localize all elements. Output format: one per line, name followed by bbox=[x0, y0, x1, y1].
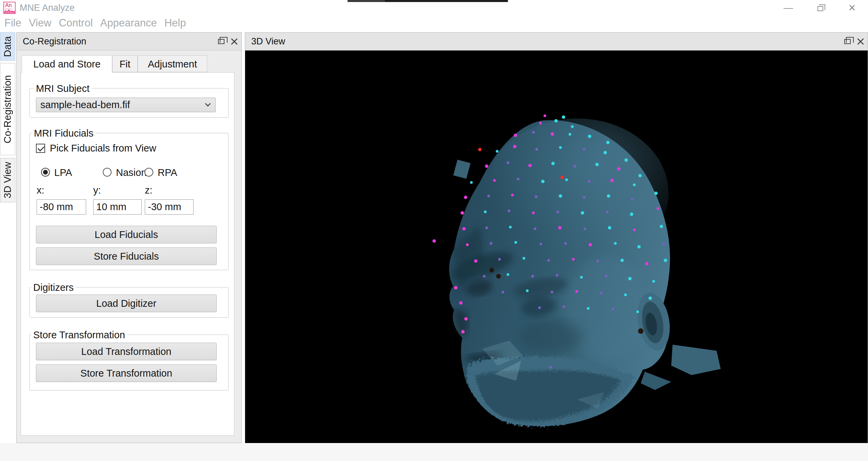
z-coordinate-input[interactable] bbox=[145, 199, 194, 215]
load-and-store-page: MRI Subject sample-head-bem.fif MRI Fidu… bbox=[21, 72, 234, 436]
store-transformation-button[interactable]: Store Transformation bbox=[36, 364, 217, 382]
radio-rpa[interactable] bbox=[144, 168, 153, 177]
mri-fiducials-group-title: MRI Fiducials bbox=[32, 128, 96, 139]
store-fiducials-button[interactable]: Store Fiducials bbox=[36, 247, 217, 265]
float-panel-icon[interactable] bbox=[844, 39, 851, 44]
radio-lpa-label: LPA bbox=[54, 167, 72, 178]
menu-item-file[interactable]: File bbox=[4, 17, 21, 29]
chevron-down-icon bbox=[205, 101, 211, 107]
pick-fiducials-checkbox[interactable]: Pick Fiducials from View bbox=[36, 143, 156, 154]
menu-item-appearance[interactable]: Appearance bbox=[100, 17, 157, 29]
z-coordinate-label: z: bbox=[145, 185, 153, 196]
load-digitizer-button[interactable]: Load Digitizer bbox=[36, 295, 217, 312]
coregistration-panel-title: Co-Registration bbox=[23, 33, 86, 51]
window-titlebar[interactable]: An MNE Analyze — × bbox=[0, 0, 868, 16]
app-icon-label: An bbox=[5, 2, 12, 9]
load-fiducials-button[interactable]: Load Fiducials bbox=[36, 226, 217, 243]
menu-bar: File View Control Appearance Help bbox=[0, 16, 868, 31]
restore-button[interactable] bbox=[804, 0, 836, 16]
close-button[interactable]: × bbox=[836, 0, 868, 16]
tab-fit[interactable]: Fit bbox=[112, 55, 138, 72]
3d-view-panel-title: 3D View bbox=[251, 33, 285, 51]
3d-view-panel: 3D View bbox=[245, 32, 868, 443]
menu-item-control[interactable]: Control bbox=[59, 17, 93, 29]
digitizers-group: Digitizers Load Digitizer bbox=[29, 287, 229, 318]
x-coordinate-input[interactable] bbox=[37, 199, 86, 215]
minimize-button[interactable]: — bbox=[772, 0, 804, 16]
application-window: An MNE Analyze — × File View Control App… bbox=[0, 0, 868, 461]
coregistration-panel-titlebar[interactable]: Co-Registration bbox=[17, 33, 241, 51]
close-panel-icon[interactable] bbox=[231, 38, 238, 45]
x-coordinate-label: x: bbox=[37, 185, 44, 196]
menu-item-help[interactable]: Help bbox=[164, 17, 186, 29]
checkbox-checked-icon bbox=[36, 144, 45, 153]
mri-subject-combo[interactable]: sample-head-bem.fif bbox=[36, 98, 216, 112]
close-panel-icon[interactable] bbox=[857, 38, 864, 45]
sidebar-tab-coregistration[interactable]: Co-Registration bbox=[0, 63, 15, 155]
sidebar-tab-data[interactable]: Data bbox=[0, 32, 15, 61]
tab-adjustment[interactable]: Adjustment bbox=[138, 55, 207, 72]
store-transformation-group-title: Store Transformation bbox=[31, 329, 127, 341]
pick-fiducials-label: Pick Fiducials from View bbox=[50, 143, 156, 154]
radio-lpa[interactable] bbox=[41, 168, 50, 177]
mri-subject-group: MRI Subject sample-head-bem.fif bbox=[29, 88, 229, 118]
bottom-strip bbox=[0, 443, 868, 461]
head-model bbox=[449, 118, 721, 426]
sidebar-tab-3d-view[interactable]: 3D View bbox=[0, 158, 15, 202]
menu-item-view[interactable]: View bbox=[29, 17, 52, 29]
y-coordinate-label: y: bbox=[93, 185, 101, 196]
tab-load-and-store[interactable]: Load and Store bbox=[22, 55, 112, 73]
radio-rpa-label: RPA bbox=[158, 167, 177, 178]
mri-subject-group-title: MRI Subject bbox=[34, 83, 92, 94]
head-scene bbox=[245, 51, 868, 443]
float-panel-icon[interactable] bbox=[218, 39, 224, 44]
3d-view-panel-titlebar[interactable]: 3D View bbox=[245, 33, 868, 51]
radio-nasion-label: Nasion bbox=[116, 167, 146, 178]
mri-subject-combo-value: sample-head-bem.fif bbox=[40, 99, 130, 110]
store-transformation-group: Store Transformation Load Transformation… bbox=[29, 335, 229, 390]
digitizers-group-title: Digitizers bbox=[31, 282, 76, 293]
top-black-bar bbox=[348, 0, 508, 2]
restore-icon bbox=[817, 6, 823, 11]
waveform-icon bbox=[4, 9, 15, 13]
mri-fiducials-group: MRI Fiducials Pick Fiducials from View L… bbox=[29, 133, 229, 270]
3d-viewport[interactable] bbox=[245, 51, 868, 443]
window-title: MNE Analyze bbox=[20, 0, 75, 16]
app-icon: An bbox=[3, 2, 16, 14]
y-coordinate-input[interactable] bbox=[93, 199, 142, 215]
radio-nasion[interactable] bbox=[103, 168, 112, 177]
coregistration-panel: Co-Registration Load and Store Fit Adjus… bbox=[16, 32, 242, 443]
load-transformation-button[interactable]: Load Transformation bbox=[36, 343, 217, 360]
